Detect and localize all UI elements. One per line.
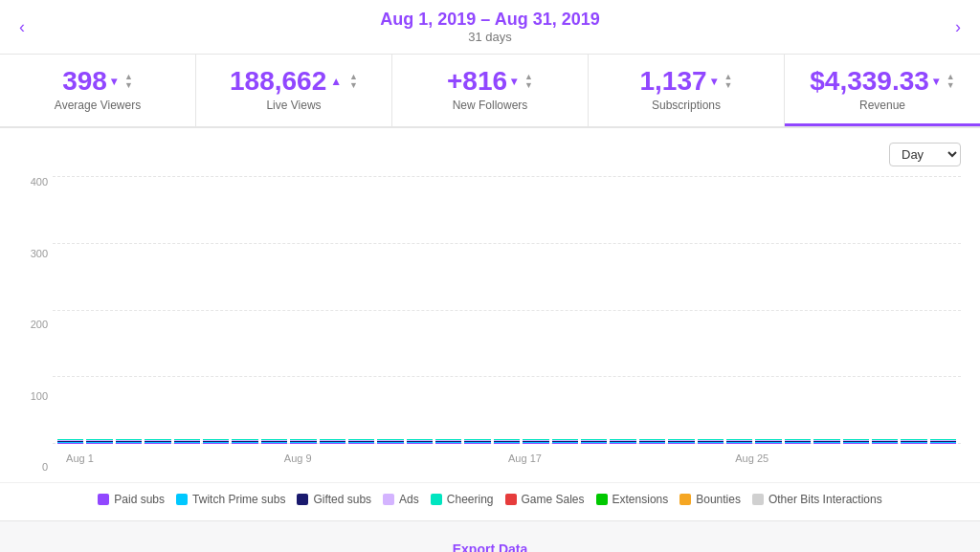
y-axis-label: 300 bbox=[19, 248, 48, 259]
metric-label-revenue: Revenue bbox=[804, 99, 961, 112]
sort-arrows-live-views[interactable]: ▲▼ bbox=[349, 73, 358, 90]
sort-arrows-avg-viewers[interactable]: ▲▼ bbox=[124, 73, 133, 90]
bar-group bbox=[552, 176, 578, 444]
bar-group bbox=[232, 176, 257, 444]
trend-icon-revenue: ▾ bbox=[933, 75, 939, 88]
legend-label-twitch_prime: Twitch Prime subs bbox=[192, 493, 285, 506]
y-axis-label: 100 bbox=[19, 390, 48, 402]
legend-color-cheering bbox=[431, 494, 442, 505]
legend-color-game_sales bbox=[505, 494, 517, 505]
sort-arrows-revenue[interactable]: ▲▼ bbox=[947, 73, 955, 90]
legend-item-gifted_subs: Gifted subs bbox=[297, 493, 371, 506]
chart-legend: Paid subsTwitch Prime subsGifted subsAds… bbox=[0, 482, 980, 520]
metric-number-new-followers: +816 bbox=[447, 66, 507, 97]
bar-group bbox=[930, 176, 956, 444]
sort-arrows-new-followers[interactable]: ▲▼ bbox=[524, 73, 533, 90]
export-data-button[interactable]: Export Data bbox=[453, 541, 528, 552]
sort-arrows-subscriptions[interactable]: ▲▼ bbox=[724, 73, 733, 90]
bar-group bbox=[320, 176, 345, 444]
legend-color-twitch_prime bbox=[176, 494, 188, 505]
legend-color-ads bbox=[383, 494, 394, 505]
metric-label-new-followers: New Followers bbox=[412, 99, 568, 112]
bar-group bbox=[755, 176, 781, 444]
bar-group bbox=[348, 176, 374, 444]
bar-group bbox=[668, 176, 694, 444]
prev-period-button[interactable]: ‹ bbox=[10, 12, 34, 42]
y-axis-label: 400 bbox=[19, 176, 48, 188]
bar-group bbox=[639, 176, 665, 444]
metric-item-new-followers[interactable]: +816▾▲▼New Followers bbox=[392, 55, 589, 126]
days-count-text: 31 days bbox=[380, 30, 599, 44]
metric-item-avg-viewers[interactable]: 398▾▲▼Average Viewers bbox=[0, 55, 196, 126]
trend-icon-subscriptions: ▾ bbox=[711, 75, 717, 88]
metric-item-revenue[interactable]: $4,339.33▾▲▼Revenue bbox=[785, 55, 980, 126]
chart-header: Day Week Month bbox=[19, 143, 961, 166]
trend-icon-live-views: ▲ bbox=[330, 75, 342, 88]
bar-group bbox=[494, 176, 520, 444]
legend-label-bounties: Bounties bbox=[696, 493, 741, 506]
y-axis-label: 0 bbox=[19, 461, 48, 473]
metric-label-subscriptions: Subscriptions bbox=[608, 99, 765, 112]
legend-label-game_sales: Game Sales bbox=[522, 493, 585, 506]
legend-label-ads: Ads bbox=[399, 493, 419, 506]
metric-number-avg-viewers: 398 bbox=[62, 66, 107, 97]
y-axis: 0100200300400 bbox=[19, 176, 48, 473]
bar-group bbox=[901, 176, 926, 444]
bar-group bbox=[581, 176, 607, 444]
chart-container: 0100200300400 Aug 1Aug 9Aug 17Aug 25 bbox=[53, 176, 961, 473]
bar-group bbox=[726, 176, 752, 444]
bar-group bbox=[290, 176, 316, 444]
bar-group bbox=[57, 176, 83, 444]
date-range-title: Aug 1, 2019 – Aug 31, 2019 31 days bbox=[380, 10, 599, 44]
bar-group bbox=[261, 176, 287, 444]
metric-item-subscriptions[interactable]: 1,137▾▲▼Subscriptions bbox=[589, 55, 785, 126]
metric-label-live-views: Live Views bbox=[215, 99, 372, 112]
x-axis-label: Aug 17 bbox=[508, 453, 542, 464]
trend-icon-new-followers: ▾ bbox=[511, 75, 517, 88]
bar-group bbox=[174, 176, 200, 444]
legend-item-cheering: Cheering bbox=[431, 493, 494, 506]
bar-group bbox=[145, 176, 170, 444]
bar-group bbox=[785, 176, 811, 444]
legend-color-bounties bbox=[679, 494, 691, 505]
legend-label-other_bits: Other Bits Interactions bbox=[768, 493, 882, 506]
legend-item-bounties: Bounties bbox=[679, 493, 741, 506]
metric-number-live-views: 188,662 bbox=[230, 66, 326, 97]
bars-area bbox=[53, 176, 961, 444]
x-axis: Aug 1Aug 9Aug 17Aug 25 bbox=[53, 444, 961, 473]
bar-group bbox=[698, 176, 724, 444]
legend-item-game_sales: Game Sales bbox=[505, 493, 585, 506]
metric-item-live-views[interactable]: 188,662▲▲▼Live Views bbox=[196, 55, 392, 126]
chart-section: Day Week Month 0100200300400 Aug 1Aug 9A… bbox=[0, 128, 980, 482]
date-navigation-bar: ‹ Aug 1, 2019 – Aug 31, 2019 31 days › bbox=[0, 0, 980, 55]
next-period-button[interactable]: › bbox=[946, 12, 970, 42]
legend-item-other_bits: Other Bits Interactions bbox=[752, 493, 882, 506]
bar-group bbox=[407, 176, 433, 444]
bar-group bbox=[464, 176, 490, 444]
metric-number-subscriptions: 1,137 bbox=[640, 66, 707, 97]
footer: Export Data bbox=[0, 520, 980, 552]
x-axis-label: Aug 9 bbox=[284, 453, 312, 464]
trend-icon-avg-viewers: ▾ bbox=[111, 75, 117, 88]
granularity-selector[interactable]: Day Week Month bbox=[889, 143, 961, 166]
legend-label-paid_subs: Paid subs bbox=[114, 493, 165, 506]
legend-label-extensions: Extensions bbox=[612, 493, 669, 506]
bar-group bbox=[377, 176, 403, 444]
legend-item-twitch_prime: Twitch Prime subs bbox=[176, 493, 285, 506]
legend-color-other_bits bbox=[752, 494, 764, 505]
bar-group bbox=[203, 176, 229, 444]
bar-group bbox=[813, 176, 839, 444]
bar-group bbox=[610, 176, 635, 444]
metric-value-avg-viewers: 398▾▲▼ bbox=[19, 66, 176, 97]
bar-group bbox=[843, 176, 869, 444]
legend-item-ads: Ads bbox=[383, 493, 419, 506]
bar-group bbox=[116, 176, 142, 444]
bar-group bbox=[523, 176, 548, 444]
bar-group bbox=[872, 176, 898, 444]
legend-label-gifted_subs: Gifted subs bbox=[313, 493, 371, 506]
bar-group bbox=[435, 176, 461, 444]
metric-label-avg-viewers: Average Viewers bbox=[19, 99, 176, 112]
date-range-text: Aug 1, 2019 – Aug 31, 2019 bbox=[380, 10, 599, 30]
metric-value-subscriptions: 1,137▾▲▼ bbox=[608, 66, 765, 97]
legend-item-extensions: Extensions bbox=[596, 493, 669, 506]
